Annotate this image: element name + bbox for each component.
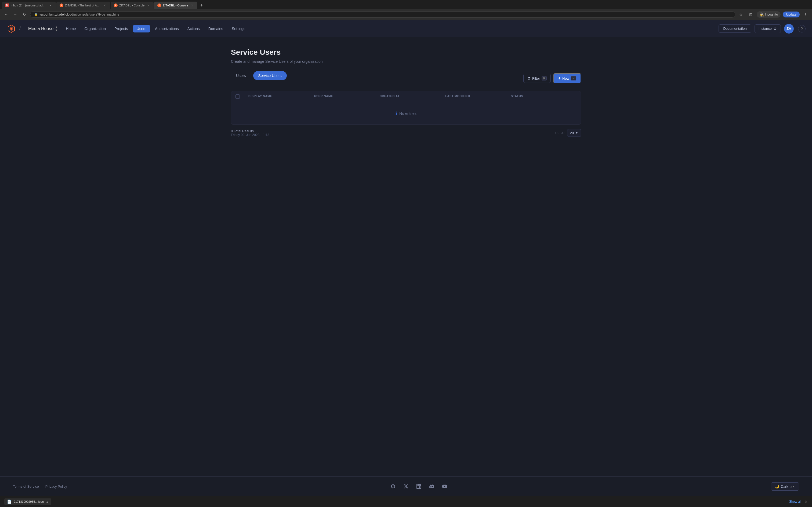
file-icon: 📄 [7,500,11,504]
tab-users[interactable]: Users [231,71,251,80]
pagination-range: 0 - 20 [555,131,564,135]
site-footer: Terms of Service Privacy Policy 🌙 Dark ▲ [0,476,812,496]
tab-gmail-title: Inbox (2) - janedoe.zitadel@gm... [11,4,47,7]
zitadel-console-2-favicon: Z [157,3,161,7]
nav-home[interactable]: Home [62,25,80,33]
nav-settings[interactable]: Settings [228,25,249,33]
nav-users[interactable]: Users [133,25,150,33]
address-text: test-ghlwrr.zitadel.cloud/ui/console/use… [40,13,119,16]
linkedin-icon[interactable] [415,482,423,491]
forward-button[interactable]: → [12,11,19,18]
address-bar-row: ← → ↻ 🔒 test-ghlwrr.zitadel.cloud/ui/con… [0,9,812,20]
new-button[interactable]: + New N [553,73,581,83]
bookmark-button[interactable]: ☆ [738,11,745,18]
gmail-favicon: M [5,3,9,7]
col-status: STATUS [511,95,576,99]
logo-area: / [6,24,22,34]
tab-gmail[interactable]: M Inbox (2) - janedoe.zitadel@gm... ✕ [2,2,56,9]
github-icon[interactable] [389,482,397,491]
page-size-value: 20 [570,131,574,135]
status-bar: 📄 2171810902955....json ▲ Show all ✕ [0,496,812,507]
nav-domains[interactable]: Domains [205,25,227,33]
page-size-select[interactable]: 20 ▼ [567,129,581,137]
tab-zitadel-console-1[interactable]: Z ZITADEL • Console ✕ [111,2,154,9]
col-created-at: CREATED AT [380,95,445,99]
browser-chrome: M Inbox (2) - janedoe.zitadel@gm... ✕ Z … [0,0,812,20]
youtube-icon[interactable] [440,482,449,491]
tab-zitadel-console-2-close[interactable]: ✕ [190,3,194,7]
nav-authorizations[interactable]: Authorizations [151,25,183,33]
incognito-button[interactable]: 🕵 Incognito [757,11,781,18]
zitadel-console-1-favicon: Z [114,3,118,7]
minimize-button[interactable]: — [802,2,810,9]
theme-icon: 🌙 [775,485,779,489]
new-tab-button[interactable]: + [198,2,205,9]
update-button[interactable]: Update [783,11,800,17]
tab-zitadel-console-1-close[interactable]: ✕ [146,3,150,7]
tab-actions: ⚗ Filter F + New N [523,73,581,83]
filter-icon: ⚗ [527,76,530,80]
download-item[interactable]: 📄 2171810902955....json ▲ [4,498,51,505]
table-empty-state: ℹ No entries [231,102,581,124]
tab-zitadel-auth-close[interactable]: ✕ [103,3,107,7]
nav-links: Home Organization Projects Users Authori… [62,25,714,33]
total-results-area: 0 Total Results Friday 09. Jun 2023, 11:… [231,129,269,137]
address-bar[interactable]: 🔒 test-ghlwrr.zitadel.cloud/ui/console/u… [30,11,735,18]
incognito-label: Incognito [765,13,778,16]
filter-button[interactable]: ⚗ Filter F [523,74,551,83]
content-tab-bar: Users Service Users ⚗ Filter F + New N [231,71,581,86]
help-button[interactable]: ? [798,25,806,33]
org-name: Media House [28,26,53,31]
tab-gmail-close[interactable]: ✕ [48,3,53,7]
footer-social [389,482,449,491]
theme-chevron-icon: ▲▼ [790,485,795,488]
nav-actions[interactable]: Actions [184,25,204,33]
refresh-button[interactable]: ↻ [21,11,28,18]
page-title: Service Users [231,48,581,57]
app: / Media House ▲ ▼ Home Organization Proj… [0,20,812,496]
avatar[interactable]: ZA [784,24,794,34]
discord-icon[interactable] [427,482,436,491]
org-selector[interactable]: Media House ▲ ▼ [28,25,58,32]
filter-label: Filter [532,76,540,80]
theme-toggle[interactable]: 🌙 Dark ▲▼ [771,482,799,491]
instance-label: Instance [759,26,772,31]
tab-zitadel-console-2[interactable]: Z ZITADEL • Console ✕ [154,2,197,9]
page-subtitle: Create and manage Service Users of your … [231,59,581,64]
col-display-name: DISPLAY NAME [248,95,314,99]
terms-of-service-link[interactable]: Terms of Service [13,485,39,489]
zitadel-logo [6,24,16,34]
split-view-button[interactable]: ⊡ [747,11,755,18]
browser-menu-button[interactable]: ⋮ [802,11,809,18]
lock-icon: 🔒 [34,13,38,16]
tab-zitadel-auth[interactable]: Z ZITADEL • The best of Auth0 a... ✕ [56,2,110,9]
gear-icon: ⚙ [773,26,777,31]
status-bar-right: Show all [789,500,801,504]
privacy-policy-link[interactable]: Privacy Policy [45,485,67,489]
footer-links: Terms of Service Privacy Policy [13,485,67,489]
page-size-chevron-icon: ▼ [575,131,578,134]
select-all-checkbox[interactable] [236,95,240,99]
pagination: 0 - 20 20 ▼ [555,129,581,137]
theme-label: Dark [781,485,788,489]
empty-message: No entries [399,111,416,116]
filter-kbd-badge: F [542,76,547,80]
documentation-button[interactable]: Documentation [719,24,751,33]
empty-icon: ℹ [396,111,397,116]
nav-right: Documentation Instance ⚙ ZA [719,24,794,34]
instance-button[interactable]: Instance ⚙ [755,24,781,33]
nav-projects[interactable]: Projects [111,25,132,33]
tab-bar: M Inbox (2) - janedoe.zitadel@gm... ✕ Z … [0,0,812,9]
table-footer: 0 Total Results Friday 09. Jun 2023, 11:… [231,129,581,137]
status-bar-close-button[interactable]: ✕ [805,500,808,504]
show-all-button[interactable]: Show all [789,500,801,504]
tab-service-users[interactable]: Service Users [253,71,287,80]
twitter-icon[interactable] [402,482,410,491]
col-last-modified: LAST MODIFIED [445,95,511,99]
tab-zitadel-console-2-title: ZITADEL • Console [163,4,188,7]
new-label: New [562,76,569,80]
back-button[interactable]: ← [3,11,10,18]
nav-organization[interactable]: Organization [81,25,110,33]
table-header: DISPLAY NAME USER NAME CREATED AT LAST M… [231,91,581,102]
download-name: 2171810902955....json [14,500,44,503]
